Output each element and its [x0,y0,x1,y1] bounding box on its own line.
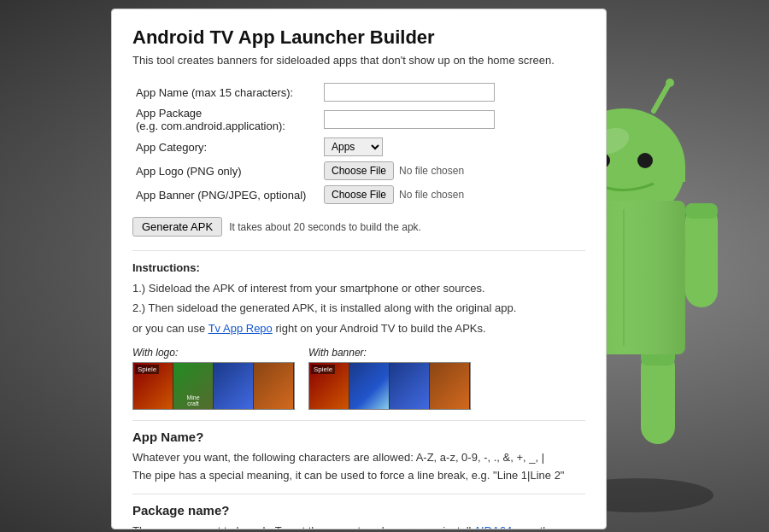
screenshot-with-banner: With banner: Spiele [308,347,471,410]
svg-point-15 [666,79,674,87]
banner-screenshot-img: Spiele [308,362,471,410]
divider-3 [132,494,585,494]
package-name-title: Package name? [132,503,585,517]
app-banner-row: App Banner (PNG/JPEG, optional) Choose F… [132,183,585,207]
spiele-label-1: Spiele [135,365,159,374]
app-name-input[interactable] [324,83,495,102]
app-name-section-title: App Name? [132,430,585,444]
svg-line-14 [654,85,668,111]
logo-no-file: No file chosen [399,165,464,177]
instructions-section: Instructions: 1.) Sideload the APK of in… [132,260,585,336]
main-panel: Android TV App Launcher Builder This too… [111,9,607,529]
form-table: App Name (max 15 characters): App Packag… [132,80,585,207]
banner-thumb-4 [430,363,470,409]
with-logo-label: With logo: [132,347,295,359]
package-name-section: Package name? The app you want to launch… [132,503,585,529]
app-name-row: App Name (max 15 characters): [132,80,585,104]
or-text: or you can use [132,322,205,335]
logo-screenshot-img: Spiele Minecraft [132,362,295,410]
app-category-label: App Category: [132,135,320,159]
banner-file-row: Choose File No file chosen [324,185,582,204]
app-name-section: App Name? Whatever you want, the followi… [132,430,585,485]
thumb-4 [254,363,294,409]
package-content-1: The app you want to launch. To get the c… [132,524,472,529]
thumb-2: Minecraft [173,363,214,409]
screenshots-row: With logo: Spiele Minecraft With banner:… [132,347,585,410]
generate-row: Generate APK It takes about 20 seconds t… [132,217,585,237]
instructions-or: or you can use Tv App Repo right on your… [132,320,585,337]
generate-apk-button[interactable]: Generate APK [132,217,222,237]
banner-thumb-2 [349,363,390,409]
generate-info: It takes about 20 seconds to build the a… [229,221,421,233]
spiele-label-2: Spiele [311,365,335,374]
app-package-label: App Package(e.g. com.android.application… [132,104,320,135]
choose-logo-button[interactable]: Choose File [324,161,394,180]
svg-rect-4 [685,203,718,219]
page-subtitle: This tool creates banners for sideloaded… [132,54,585,67]
svg-point-17 [637,153,653,168]
aida64-link[interactable]: AIDA64 [473,524,512,529]
instructions-step2: 2.) Then sideload the generated APK, it … [132,300,585,317]
divider-2 [132,420,585,421]
package-name-content: The app you want to launch. To get the c… [132,523,585,529]
app-category-row: App Category: Apps Games Movies Music [132,135,585,159]
app-package-input[interactable] [324,110,495,129]
banner-no-file: No file chosen [399,189,464,201]
instructions-step1: 1.) Sideload the APK of interest from yo… [132,280,585,297]
screenshot-with-logo: With logo: Spiele Minecraft [132,347,295,410]
thumb-3 [214,363,254,409]
with-banner-label: With banner: [308,347,471,359]
category-select[interactable]: Apps Games Movies Music [324,137,383,156]
logo-file-row: Choose File No file chosen [324,161,582,180]
choose-banner-button[interactable]: Choose File [324,185,394,204]
instructions-title: Instructions: [132,260,585,277]
divider-1 [132,250,585,251]
tv-repo-link[interactable]: Tv App Repo [208,322,273,335]
svg-rect-3 [685,205,718,307]
page-title: Android TV App Launcher Builder [132,26,585,49]
app-logo-label: App Logo (PNG only) [132,159,320,183]
app-package-row: App Package(e.g. com.android.application… [132,104,585,135]
app-banner-label: App Banner (PNG/JPEG, optional) [132,183,320,207]
banner-thumb-3 [390,363,430,409]
or-text2: right on your Android TV to build the AP… [275,322,485,335]
app-name-label: App Name (max 15 characters): [132,80,320,104]
app-name-section-content: Whatever you want, the following charact… [132,449,585,485]
app-logo-row: App Logo (PNG only) Choose File No file … [132,159,585,183]
